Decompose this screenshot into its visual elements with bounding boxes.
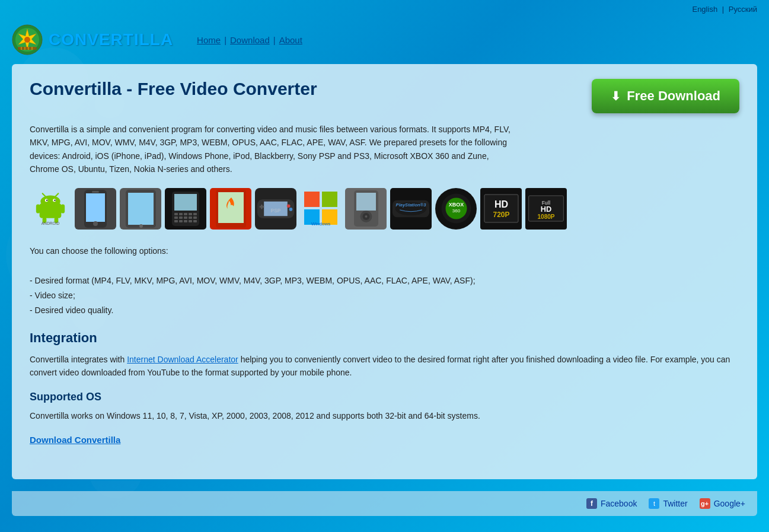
download-btn-label: Free Download: [627, 88, 720, 104]
integration-text: Convertilla integrates with Internet Dow…: [30, 353, 739, 380]
logo-text: CONVERTILLA: [49, 30, 173, 49]
lang-sep: |: [722, 5, 724, 14]
psp-icon: PSP: [255, 188, 296, 230]
facebook-icon: f: [586, 498, 597, 509]
googleplus-label: Google+: [714, 499, 745, 508]
svg-rect-40: [193, 216, 197, 219]
svg-rect-58: [322, 192, 337, 207]
ida-link[interactable]: Internet Download Accelerator: [127, 355, 238, 364]
option-2: - Video size;: [30, 288, 739, 303]
zune-icon: [345, 188, 387, 230]
download-convertilla-link[interactable]: Download Convertilla: [30, 435, 120, 445]
svg-point-3: [24, 37, 30, 43]
svg-text:ANDROID: ANDROID: [42, 221, 60, 225]
svg-rect-57: [304, 192, 320, 207]
svg-rect-23: [86, 193, 105, 222]
svg-rect-44: [189, 220, 192, 222]
googleplus-icon: g+: [700, 498, 710, 509]
download-button[interactable]: ⬇ Free Download: [592, 79, 739, 113]
supported-os-heading: Supported OS: [30, 391, 739, 403]
googleplus-link[interactable]: g+ Google+: [700, 498, 745, 509]
svg-rect-56: [261, 204, 263, 209]
svg-line-15: [43, 193, 46, 196]
twitter-link[interactable]: t Twitter: [649, 498, 687, 509]
svg-rect-30: [174, 194, 197, 211]
svg-text:HD: HD: [494, 199, 508, 209]
main-nav: Home | Download | About: [197, 35, 302, 45]
svg-text:XBOX: XBOX: [448, 202, 464, 208]
svg-rect-39: [189, 216, 192, 219]
svg-text:HD: HD: [541, 205, 552, 214]
blackberry-icon: BlackBerry: [165, 188, 206, 230]
option-3: - Desired video quality.: [30, 303, 739, 318]
svg-rect-41: [174, 220, 178, 222]
svg-point-24: [93, 221, 98, 226]
download-arrow-icon: ⬇: [611, 89, 621, 103]
supported-os-text: Convertilla works on Windows 11, 10, 8, …: [30, 409, 739, 422]
nav-home[interactable]: Home: [197, 35, 221, 45]
ipad-icon: [120, 188, 161, 230]
tablet-red-icon: [210, 188, 251, 230]
integration-text-before: Convertilla integrates with: [30, 355, 127, 364]
svg-rect-37: [179, 216, 183, 219]
svg-rect-63: [356, 193, 376, 211]
svg-text:PlayStation®3: PlayStation®3: [396, 202, 427, 208]
options-heading: You can choose the following options:: [30, 244, 739, 259]
svg-point-53: [287, 204, 291, 208]
facebook-link[interactable]: f Facebook: [586, 498, 637, 509]
svg-rect-36: [174, 216, 178, 219]
facebook-label: Facebook: [601, 499, 637, 508]
nav-about[interactable]: About: [279, 35, 302, 45]
page-wrapper: English | Русский CONVERTILLA Home: [0, 0, 769, 516]
svg-rect-19: [36, 204, 40, 213]
svg-rect-43: [184, 220, 187, 222]
svg-point-10: [40, 195, 60, 207]
header: CONVERTILLA Home | Download | About: [0, 18, 769, 64]
svg-rect-25: [92, 191, 99, 193]
title-row: Convertilla - Free Video Converter ⬇ Fre…: [30, 79, 739, 113]
svg-text:1080P: 1080P: [537, 214, 554, 220]
svg-text:PSP: PSP: [271, 207, 281, 213]
main-content: Convertilla - Free Video Converter ⬇ Fre…: [12, 64, 757, 479]
windows-icon: Windows Windows: [300, 188, 342, 230]
twitter-label: Twitter: [663, 499, 687, 508]
description-text: Convertilla is a simple and convenient p…: [30, 123, 516, 176]
svg-rect-32: [179, 213, 183, 215]
svg-text:360: 360: [452, 208, 460, 214]
svg-rect-45: [193, 220, 197, 222]
svg-rect-27: [128, 193, 154, 225]
ps3-icon: PlayStation®3: [390, 188, 432, 230]
svg-rect-20: [61, 204, 65, 213]
nav-sep-2: |: [273, 35, 276, 45]
svg-point-28: [139, 224, 143, 228]
svg-point-54: [289, 208, 293, 211]
lang-russian[interactable]: Русский: [729, 5, 757, 14]
svg-rect-4: [18, 47, 37, 50]
android-icon: ANDROID: [30, 188, 71, 230]
svg-point-66: [365, 215, 367, 218]
footer: f Facebook t Twitter g+ Google+: [12, 491, 757, 516]
hd720-icon: HD 720P: [480, 188, 522, 230]
svg-text:720P: 720P: [493, 211, 509, 219]
page-title: Convertilla - Free Video Converter: [30, 79, 317, 99]
lang-english[interactable]: English: [692, 5, 717, 14]
svg-rect-31: [174, 213, 178, 215]
svg-rect-35: [193, 213, 197, 215]
nav-sep-1: |: [224, 35, 226, 45]
svg-line-16: [55, 193, 58, 196]
svg-point-14: [54, 199, 56, 201]
svg-rect-34: [189, 213, 192, 215]
iphone-icon: [75, 188, 116, 230]
options-section: You can choose the following options: - …: [30, 244, 739, 318]
lang-bar: English | Русский: [0, 0, 769, 18]
hd1080-icon: Full HD 1080P: [525, 188, 567, 230]
xbox360-icon: XBOX 360: [435, 188, 477, 230]
nav-download[interactable]: Download: [230, 35, 270, 45]
svg-rect-42: [179, 220, 183, 222]
logo-link[interactable]: CONVERTILLA: [12, 24, 173, 55]
device-icons-row: ANDROID: [30, 188, 739, 230]
logo-icon: [12, 24, 43, 55]
integration-heading: Integration: [30, 330, 739, 346]
svg-point-13: [46, 199, 48, 201]
option-1: - Desired format (MP4, FLV, MKV, MPG, AV…: [30, 273, 739, 288]
